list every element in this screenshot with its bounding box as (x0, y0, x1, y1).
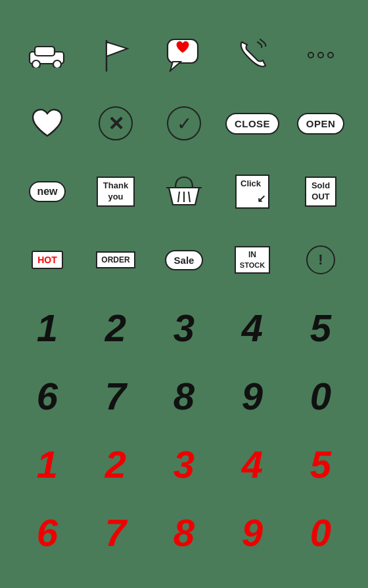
number-black-1: 1 (37, 309, 58, 347)
order-cell: ORDER (83, 227, 149, 293)
flag-icon (101, 38, 130, 72)
click-badge: Click ↙ (235, 175, 269, 209)
flag-cell (83, 22, 149, 88)
close-badge: CLOSE (225, 113, 279, 135)
new-badge: new (29, 181, 65, 202)
exclaim-cell: ! (288, 227, 354, 293)
speech-heart-cell (151, 22, 217, 88)
svg-marker-7 (170, 62, 181, 71)
click-cell: Click ↙ (219, 159, 285, 224)
number-red-0: 0 (310, 514, 331, 552)
number-black-2: 2 (105, 309, 126, 347)
num-r4-cell: 4 (219, 432, 285, 497)
instock-badge: IN STOCK (235, 246, 270, 274)
car-cell (14, 22, 80, 88)
open-badge: OPEN (297, 113, 345, 135)
open-badge-cell: OPEN (288, 91, 354, 156)
num-b2-cell: 2 (83, 295, 149, 361)
num-b8-cell: 8 (151, 364, 217, 429)
number-black-4: 4 (242, 309, 263, 347)
phone-icon (235, 38, 269, 72)
soldout-badge: SoldOUT (305, 177, 336, 207)
heart-outline-icon (30, 108, 64, 138)
number-red-2: 2 (105, 446, 126, 484)
exclamation-icon: ! (306, 245, 335, 274)
num-r2-cell: 2 (83, 432, 149, 497)
num-r3-cell: 3 (151, 432, 217, 497)
basket-icon (165, 175, 203, 209)
svg-point-2 (32, 60, 40, 68)
num-r1-cell: 1 (14, 432, 80, 497)
number-red-5: 5 (310, 446, 331, 484)
thankyou-cell: Thankyou (83, 159, 149, 224)
num-r7-cell: 7 (83, 500, 149, 566)
num-r8-cell: 8 (151, 500, 217, 566)
number-black-8: 8 (173, 377, 195, 415)
thankyou-badge: Thankyou (97, 177, 135, 207)
number-black-3: 3 (173, 309, 195, 347)
number-red-4: 4 (242, 446, 263, 484)
svg-marker-5 (106, 42, 127, 56)
dots-cell (288, 22, 354, 88)
number-red-6: 6 (37, 514, 58, 552)
num-r0-cell: 0 (288, 500, 354, 566)
svg-rect-1 (35, 47, 55, 56)
num-b9-cell: 9 (219, 364, 285, 429)
basket-cell (151, 159, 217, 224)
speech-heart-icon (166, 38, 202, 72)
phone-cell (219, 22, 285, 88)
number-red-8: 8 (173, 514, 195, 552)
number-black-0: 0 (310, 377, 331, 415)
emoji-grid: ✕ ✓ CLOSE OPEN new Thankyou Click ↙ (4, 12, 364, 576)
num-r6-cell: 6 (14, 500, 80, 566)
number-red-3: 3 (173, 446, 195, 484)
num-b0-cell: 0 (288, 364, 354, 429)
close-badge-cell: CLOSE (219, 91, 285, 156)
num-b6-cell: 6 (14, 364, 80, 429)
heart-cell (14, 91, 80, 156)
circle-check-icon: ✓ (167, 106, 201, 140)
circle-check-cell: ✓ (151, 91, 217, 156)
hot-badge: HOT (32, 251, 63, 269)
number-black-7: 7 (105, 377, 126, 415)
hot-cell: HOT (14, 227, 80, 293)
svg-point-3 (53, 60, 61, 68)
sale-badge: Sale (165, 250, 204, 270)
soldout-cell: SoldOUT (288, 159, 354, 224)
circle-x-cell: ✕ (83, 91, 149, 156)
new-badge-cell: new (14, 159, 80, 224)
num-b1-cell: 1 (14, 295, 80, 361)
num-b4-cell: 4 (219, 295, 285, 361)
num-b7-cell: 7 (83, 364, 149, 429)
instock-cell: IN STOCK (219, 227, 285, 293)
num-r5-cell: 5 (288, 432, 354, 497)
number-red-7: 7 (105, 514, 126, 552)
number-red-1: 1 (37, 446, 58, 484)
num-b5-cell: 5 (288, 295, 354, 361)
circle-x-icon: ✕ (99, 106, 133, 140)
number-black-6: 6 (37, 377, 58, 415)
car-icon (27, 43, 68, 68)
number-red-9: 9 (242, 514, 263, 552)
number-black-9: 9 (242, 377, 263, 415)
num-b3-cell: 3 (151, 295, 217, 361)
num-r9-cell: 9 (219, 500, 285, 566)
order-badge: ORDER (96, 251, 135, 268)
three-dots-icon (308, 52, 334, 58)
sale-cell: Sale (151, 227, 217, 293)
number-black-5: 5 (310, 309, 331, 347)
